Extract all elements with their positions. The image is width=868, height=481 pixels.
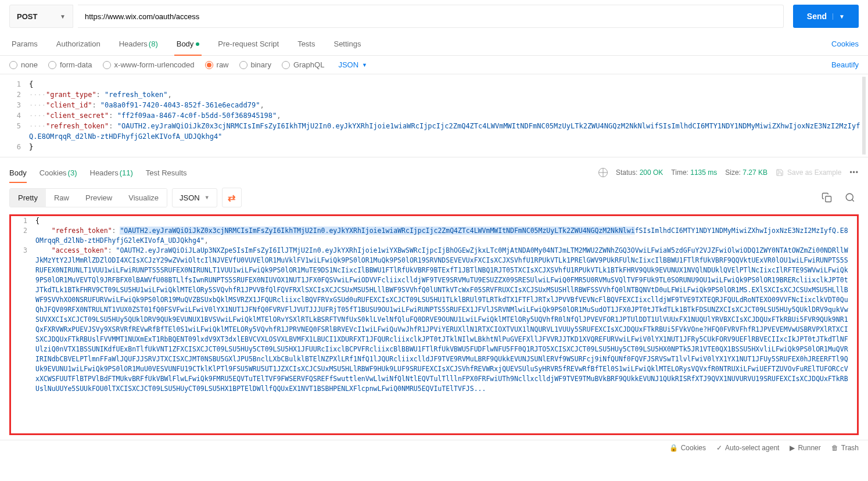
body-type-none[interactable]: none [9,60,38,69]
beautify-button[interactable]: Beautify [831,60,859,69]
view-pretty[interactable]: Pretty [10,189,46,207]
response-tab-headers[interactable]: Headers (11) [90,162,133,183]
response-type-select[interactable]: JSON▼ [172,188,217,207]
body-type-graphql[interactable]: GraphQL [282,60,324,69]
chevron-down-icon: ▼ [205,195,210,200]
radio-icon [103,61,111,69]
chevron-down-icon: ▼ [60,13,66,20]
time-label: Time: 1135 ms [671,168,717,177]
tab-headers[interactable]: Headers (8) [117,33,160,55]
footer-autoselect[interactable]: ✓ Auto-select agent [716,444,779,452]
tab-tests[interactable]: Tests [295,33,317,55]
footer-runner[interactable]: ▶ Runner [790,444,820,452]
request-body-editor[interactable]: 1{2····"grant_type": "refresh_token",3··… [0,74,868,157]
wrap-lines-button[interactable]: ⇄ [222,188,242,207]
svg-line-2 [852,199,853,201]
tab-settings[interactable]: Settings [331,33,363,55]
chevron-down-icon: ▼ [362,62,367,68]
more-options[interactable]: ••• [849,168,859,177]
body-type-formdata[interactable]: form-data [48,60,92,69]
method-select[interactable]: POST ▼ [9,5,73,28]
tab-prerequest[interactable]: Pre-request Script [216,33,281,55]
footer-cookies[interactable]: 🔒 Cookies [669,444,706,452]
response-view-mode: Pretty Raw Preview Visualize [9,188,167,207]
copy-icon[interactable] [818,189,835,206]
view-preview[interactable]: Preview [77,189,120,207]
body-type-raw[interactable]: raw [205,60,229,69]
search-icon[interactable] [841,189,859,206]
save-icon [776,168,784,177]
response-tab-cookies[interactable]: Cookies (3) [40,162,77,183]
response-tab-testresults[interactable]: Test Results [146,162,187,183]
view-raw[interactable]: Raw [46,189,77,207]
save-as-example: Save as Example [776,168,841,177]
tab-params[interactable]: Params [9,33,40,55]
response-tab-body[interactable]: Body [9,162,27,183]
modified-dot-icon [196,42,199,46]
response-body-viewer[interactable]: 1{2 "refresh_token": "OAUTH2.eyJraWQiOiJ… [9,214,859,435]
body-type-binary[interactable]: binary [239,60,271,69]
footer-trash[interactable]: 🗑 Trash [831,444,859,452]
method-value: POST [17,12,37,21]
fold-indicator [862,77,866,155]
view-visualize[interactable]: Visualize [120,189,167,207]
tab-body[interactable]: Body [174,33,202,55]
status-label: Status: 200 OK [616,168,663,177]
radio-icon [48,61,56,69]
body-type-urlencoded[interactable]: x-www-form-urlencoded [103,60,195,69]
raw-type-select[interactable]: JSON▼ [335,60,371,69]
radio-icon [9,61,17,69]
size-label: Size: 7.27 KB [725,168,767,177]
svg-rect-0 [826,196,831,202]
send-button[interactable]: Send ▼ [793,5,859,28]
tab-authorization[interactable]: Authorization [54,33,103,55]
url-input[interactable] [78,5,784,28]
globe-icon[interactable] [598,168,608,177]
radio-icon [239,61,248,69]
radio-icon [282,61,290,69]
cookies-link[interactable]: Cookies [831,40,859,48]
chevron-down-icon[interactable]: ▼ [833,13,845,20]
radio-icon [205,61,213,69]
svg-point-1 [846,193,853,200]
